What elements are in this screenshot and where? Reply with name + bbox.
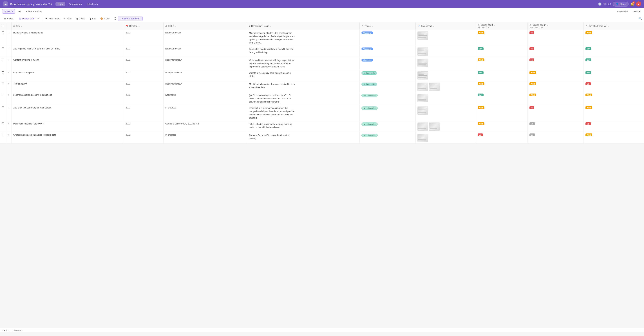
- row-checkbox-cell[interactable]: [0, 57, 6, 70]
- screenshot-thumb[interactable]: [418, 134, 428, 142]
- row-phase[interactable]: birthday cake: [360, 81, 416, 92]
- row-design-priority[interactable]: Med: [528, 70, 584, 81]
- sheet-tab-sheet1[interactable]: Sheet1 ▾: [2, 9, 15, 14]
- row-design-effort[interactable]: Sm: [476, 46, 528, 57]
- user-avatar[interactable]: V: [636, 1, 641, 6]
- screenshot-thumb[interactable]: [429, 83, 440, 91]
- row-screenshot[interactable]: [416, 92, 476, 105]
- screenshot-thumb[interactable]: [418, 83, 428, 91]
- row-dev-effort[interactable]: Med: [584, 92, 644, 105]
- th-screenshot[interactable]: 📄 Screenshot ⌄: [416, 22, 476, 30]
- screenshot-thumb[interactable]: [418, 31, 428, 40]
- row-phase[interactable]: wedding cake: [360, 105, 416, 121]
- row-dev-effort[interactable]: Med: [584, 132, 644, 143]
- row-screenshot[interactable]: [416, 81, 476, 92]
- row-dev-effort[interactable]: Lg: [584, 121, 644, 132]
- row-design-effort[interactable]: Med: [476, 30, 528, 46]
- row-checkbox[interactable]: [2, 134, 4, 136]
- phase-sort-icon[interactable]: ⌄: [372, 25, 373, 27]
- th-updated[interactable]: 📅 Updated ⌄: [124, 22, 164, 30]
- th-description[interactable]: ≡ Description / Issue ⌄: [247, 22, 360, 30]
- row-phase[interactable]: Cupcake: [360, 30, 416, 46]
- row-checkbox-cell[interactable]: [0, 30, 6, 46]
- row-design-priority[interactable]: Hi: [528, 30, 584, 46]
- row-phase[interactable]: wedding cake: [360, 132, 416, 143]
- row-screenshot[interactable]: [416, 30, 476, 46]
- row-design-effort[interactable]: Med: [476, 81, 528, 92]
- help-label[interactable]: ⓪ Help: [604, 2, 611, 5]
- th-item[interactable]: ≡ Item ⌄: [12, 22, 124, 30]
- add-row-button[interactable]: + Add...: [2, 329, 10, 332]
- item-sort-icon[interactable]: ⌄: [20, 25, 22, 27]
- row-screenshot[interactable]: [416, 70, 476, 81]
- updated-sort-icon[interactable]: ⌄: [138, 25, 140, 27]
- row-checkbox[interactable]: [2, 71, 4, 74]
- chevron-down-icon[interactable]: ▾: [48, 2, 50, 5]
- th-design-priority[interactable]: ⏱ Design priority ⌄ High | Med | Low: [528, 22, 584, 30]
- dev-effort-sort-icon[interactable]: ⌄: [608, 25, 609, 27]
- row-phase[interactable]: wedding cake: [360, 121, 416, 132]
- screenshot-thumb[interactable]: [418, 107, 428, 115]
- row-design-effort[interactable]: Med: [476, 57, 528, 70]
- row-screenshot[interactable]: [416, 46, 476, 57]
- tools-button[interactable]: Tools ▾: [632, 9, 642, 13]
- th-dev-effort[interactable]: ⏱ Dev effort Sm | Me ⌄: [584, 22, 644, 30]
- row-checkbox[interactable]: [2, 47, 4, 50]
- share-sync-button[interactable]: ⟳ Share and sync: [118, 16, 143, 21]
- screenshot-thumb[interactable]: [418, 123, 428, 131]
- screenshot-thumb[interactable]: [418, 47, 428, 56]
- nav-tab-data[interactable]: Data: [56, 2, 65, 6]
- row-checkbox[interactable]: [2, 59, 4, 61]
- row-screenshot[interactable]: [416, 132, 476, 143]
- row-design-priority[interactable]: Hi: [528, 105, 584, 121]
- views-button[interactable]: ☰ Views: [2, 16, 15, 21]
- share-button[interactable]: 👤 Share: [613, 1, 628, 6]
- history-icon[interactable]: 🕐: [598, 2, 602, 6]
- row-dev-effort[interactable]: Med: [584, 30, 644, 46]
- color-button[interactable]: 🎨 Color: [98, 16, 112, 21]
- screenshot-thumb[interactable]: [418, 71, 428, 79]
- row-design-priority[interactable]: Lo: [528, 132, 584, 143]
- th-status[interactable]: ◎ Status ⌄: [164, 22, 247, 30]
- group-button[interactable]: ▤ Group: [74, 16, 87, 21]
- row-phase[interactable]: Cupcake: [360, 57, 416, 70]
- row-screenshot[interactable]: [416, 57, 476, 70]
- row-checkbox-cell[interactable]: [0, 81, 6, 92]
- notification-bell[interactable]: 🔔 9: [630, 2, 634, 6]
- row-checkbox-cell[interactable]: [0, 105, 6, 121]
- row-design-priority[interactable]: Lo: [528, 121, 584, 132]
- row-item[interactable]: Dropdown entry point: [12, 70, 124, 81]
- screenshot-thumb[interactable]: [418, 59, 428, 67]
- th-phase[interactable]: ⏱ Phase ⌄: [360, 22, 416, 30]
- row-dev-effort[interactable]: Med: [584, 105, 644, 121]
- sort-button[interactable]: ⇅ Sort: [87, 16, 98, 21]
- nav-tab-automations[interactable]: Automations: [66, 2, 84, 6]
- row-item[interactable]: Tear-sheet UX: [12, 81, 124, 92]
- expand-button[interactable]: ⛶: [112, 16, 118, 21]
- row-phase[interactable]: wedding cake: [360, 92, 416, 105]
- th-checkbox[interactable]: [0, 22, 6, 30]
- row-item[interactable]: Multi class masking ( table UX ): [12, 121, 124, 132]
- row-checkbox[interactable]: [2, 31, 4, 34]
- row-dev-effort[interactable]: Sm: [584, 57, 644, 70]
- row-design-effort[interactable]: Med: [476, 105, 528, 121]
- row-checkbox-cell[interactable]: [0, 46, 6, 57]
- select-all-checkbox[interactable]: [2, 25, 4, 27]
- row-design-effort[interactable]: Sm: [476, 70, 528, 81]
- row-item[interactable]: Create link on asset in catalog to creat…: [12, 132, 124, 143]
- screenshot-thumb[interactable]: [429, 123, 440, 131]
- row-design-priority[interactable]: Med: [528, 92, 584, 105]
- add-sheet-button[interactable]: + Add or import: [24, 9, 44, 13]
- search-icon[interactable]: 🔍: [639, 17, 642, 20]
- row-item[interactable]: Add toggle to rules UI to turn "off" and…: [12, 46, 124, 57]
- row-dev-effort[interactable]: Sm: [584, 70, 644, 81]
- th-design-effort[interactable]: ⏱ Design effort ⌄ Sm | Med | Lg: [476, 22, 528, 30]
- row-design-effort[interactable]: Med: [476, 121, 528, 132]
- row-design-effort[interactable]: Lg: [476, 132, 528, 143]
- row-design-priority[interactable]: Hi: [528, 57, 584, 70]
- row-item[interactable]: Rules UI Visual enhancements: [12, 30, 124, 46]
- app-logo[interactable]: ☁: [3, 1, 8, 6]
- row-checkbox[interactable]: [2, 83, 4, 85]
- row-dev-effort[interactable]: Lg: [584, 81, 644, 92]
- row-screenshot[interactable]: [416, 121, 476, 132]
